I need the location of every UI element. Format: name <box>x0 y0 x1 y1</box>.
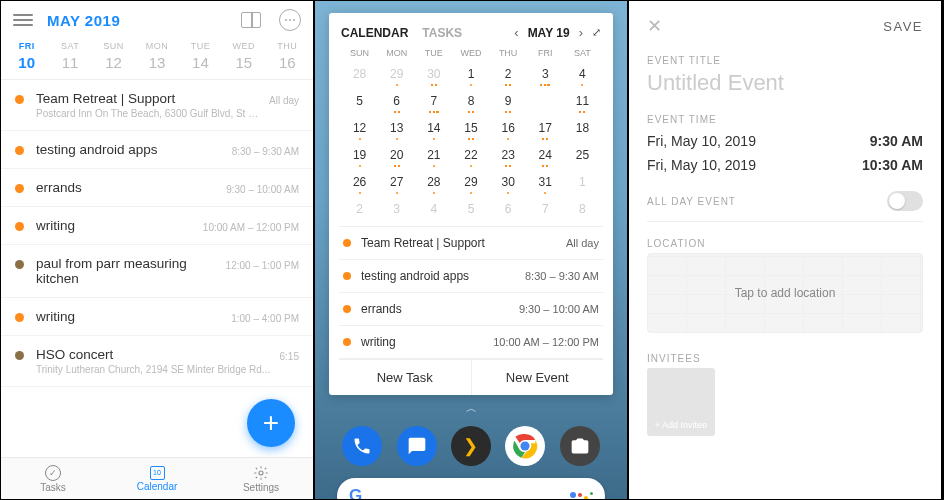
calendar-cell[interactable]: 6 <box>378 90 415 112</box>
assistant-icon[interactable] <box>570 492 593 500</box>
calendar-cell[interactable]: 17 <box>527 117 564 139</box>
collapse-caret[interactable]: ︿ <box>329 401 613 416</box>
calendar-cell[interactable]: 29 <box>452 171 489 193</box>
new-task-button[interactable]: New Task <box>339 360 472 395</box>
widget-event-row[interactable]: testing android apps8:30 – 9:30 AM <box>339 260 603 293</box>
calendar-cell[interactable]: 7 <box>527 198 564 220</box>
calendar-cell[interactable]: 30 <box>490 171 527 193</box>
camera-app-icon[interactable] <box>560 426 600 466</box>
calendar-cell[interactable]: 21 <box>415 144 452 166</box>
chrome-app-icon[interactable] <box>505 426 545 466</box>
calendar-cell[interactable]: 31 <box>527 171 564 193</box>
add-button[interactable]: + <box>247 399 295 447</box>
view-icon[interactable] <box>241 12 261 28</box>
event-row[interactable]: writing10:00 AM – 12:00 PM <box>1 207 313 245</box>
calendar-cell[interactable]: 28 <box>415 171 452 193</box>
save-button[interactable]: SAVE <box>883 19 923 34</box>
location-picker[interactable]: Tap to add location <box>647 253 923 333</box>
calendar-cell[interactable]: 27 <box>378 171 415 193</box>
plex-app-icon[interactable]: ❯ <box>451 426 491 466</box>
calendar-cell[interactable]: 8 <box>452 90 489 112</box>
prev-icon[interactable]: ‹ <box>514 25 518 40</box>
phone-app-icon[interactable] <box>342 426 382 466</box>
calendar-cell[interactable]: 12 <box>341 117 378 139</box>
calendar-cell[interactable]: 29 <box>378 63 415 85</box>
calendar-cell[interactable]: 4 <box>415 198 452 220</box>
calendar-cell[interactable]: 24 <box>527 144 564 166</box>
day-column[interactable]: SUN12 <box>92 41 135 71</box>
more-icon[interactable] <box>279 9 301 31</box>
event-row[interactable]: errands9:30 – 10:00 AM <box>1 169 313 207</box>
messages-app-icon[interactable] <box>397 426 437 466</box>
calendar-cell[interactable]: 5 <box>452 198 489 220</box>
day-column[interactable]: WED15 <box>222 41 265 71</box>
month-label[interactable]: MAY 2019 <box>47 12 120 29</box>
widget-event-row[interactable]: errands9:30 – 10:00 AM <box>339 293 603 326</box>
tab-settings[interactable]: Settings <box>209 458 313 499</box>
event-row[interactable]: HSO concertTrinity Lutheran Church, 2194… <box>1 336 313 387</box>
calendar-cell[interactable]: 10 <box>527 90 564 112</box>
day-column[interactable]: TUE14 <box>179 41 222 71</box>
tab-calendar[interactable]: 10Calendar <box>105 458 209 499</box>
widget-date[interactable]: MAY 19 <box>528 26 570 40</box>
title-label: EVENT TITLE <box>647 55 923 66</box>
calendar-cell[interactable]: 22 <box>452 144 489 166</box>
calendar-cell[interactable]: 25 <box>564 144 601 166</box>
event-row[interactable]: writing1:00 – 4:00 PM <box>1 298 313 336</box>
calendar-cell[interactable]: 8 <box>564 198 601 220</box>
calendar-cell[interactable]: 14 <box>415 117 452 139</box>
calendar-cell[interactable]: 6 <box>490 198 527 220</box>
day-column[interactable]: FRI10 <box>5 41 48 71</box>
calendar-cell[interactable]: 3 <box>378 198 415 220</box>
calendar-cell[interactable]: 19 <box>341 144 378 166</box>
calendar-cell[interactable]: 1 <box>452 63 489 85</box>
calendar-cell[interactable]: 15 <box>452 117 489 139</box>
new-event-button[interactable]: New Event <box>472 360 604 395</box>
widget-tab-calendar[interactable]: CALENDAR <box>341 26 408 40</box>
calendar-cell[interactable]: 16 <box>490 117 527 139</box>
expand-icon[interactable]: ⤢ <box>592 26 601 39</box>
widget-tab-tasks[interactable]: TASKS <box>422 26 462 40</box>
day-column[interactable]: SAT11 <box>48 41 91 71</box>
event-edit-screen: ✕ SAVE EVENT TITLE Untitled Event EVENT … <box>628 0 942 500</box>
tab-tasks[interactable]: ✓Tasks <box>1 458 105 499</box>
widget-event-row[interactable]: Team Retreat | SupportAll day <box>339 227 603 260</box>
day-column[interactable]: MON13 <box>135 41 178 71</box>
calendar-cell[interactable]: 26 <box>341 171 378 193</box>
calendar-cell[interactable]: 7 <box>415 90 452 112</box>
widget-event-row[interactable]: writing10:00 AM – 12:00 PM <box>339 326 603 359</box>
event-row[interactable]: Team Retreat | SupportPostcard Inn On Th… <box>1 80 313 131</box>
app-dock: ❯ <box>329 416 613 476</box>
calendar-cell[interactable]: 28 <box>341 63 378 85</box>
search-bar[interactable]: G <box>337 478 605 500</box>
calendar-cell[interactable]: 11 <box>564 90 601 112</box>
menu-icon[interactable] <box>13 11 33 29</box>
widget-screen: CALENDAR TASKS ‹ MAY 19 › ⤢ SUNMONTUEWED… <box>314 0 628 500</box>
calendar-cell[interactable]: 9 <box>490 90 527 112</box>
calendar-widget: CALENDAR TASKS ‹ MAY 19 › ⤢ SUNMONTUEWED… <box>329 13 613 395</box>
next-icon[interactable]: › <box>579 25 583 40</box>
calendar-cell[interactable]: 1 <box>564 171 601 193</box>
calendar-cell[interactable]: 3 <box>527 63 564 85</box>
calendar-cell[interactable]: 30 <box>415 63 452 85</box>
close-icon[interactable]: ✕ <box>647 15 662 37</box>
calendar-cell[interactable]: 2 <box>490 63 527 85</box>
event-list[interactable]: Team Retreat | SupportPostcard Inn On Th… <box>1 80 313 420</box>
calendar-cell[interactable]: 20 <box>378 144 415 166</box>
event-row[interactable]: testing android apps8:30 – 9:30 AM <box>1 131 313 169</box>
calendar-cell[interactable]: 13 <box>378 117 415 139</box>
calendar-cell[interactable]: 5 <box>341 90 378 112</box>
calendar-cell[interactable]: 4 <box>564 63 601 85</box>
calendar-cell[interactable]: 2 <box>341 198 378 220</box>
day-column[interactable]: THU16 <box>266 41 309 71</box>
allday-toggle[interactable] <box>887 191 923 211</box>
event-row[interactable]: paul from parr measuring kitchen12:00 – … <box>1 245 313 298</box>
calendar-app-screen: MAY 2019 FRI10SAT11SUN12MON13TUE14WED15T… <box>0 0 314 500</box>
calendar-cell[interactable]: 18 <box>564 117 601 139</box>
svg-point-2 <box>521 441 530 450</box>
calendar-cell[interactable]: 23 <box>490 144 527 166</box>
event-title-input[interactable]: Untitled Event <box>647 70 923 96</box>
end-time-row[interactable]: Fri, May 10, 201910:30 AM <box>647 153 923 177</box>
add-invitee-button[interactable]: + Add Invitee <box>647 368 715 436</box>
start-time-row[interactable]: Fri, May 10, 20199:30 AM <box>647 129 923 153</box>
